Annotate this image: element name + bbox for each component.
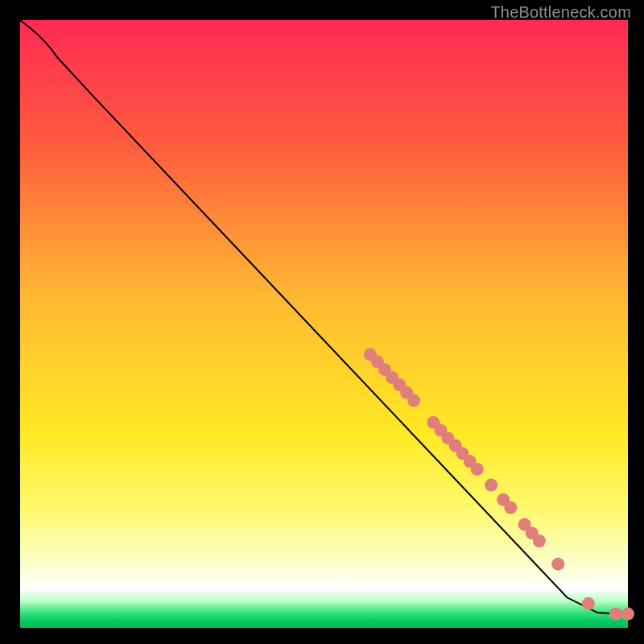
attribution-label: TheBottleneck.com (490, 3, 631, 22)
data-marker (609, 608, 622, 621)
data-marker (504, 502, 517, 514)
data-marker (533, 535, 546, 547)
chart-stage: TheBottleneck.com (0, 0, 644, 644)
data-marker (551, 558, 564, 571)
data-marker (485, 479, 497, 492)
chart-svg (0, 0, 644, 644)
data-marker (582, 597, 595, 610)
data-marker (407, 394, 420, 407)
data-marker (621, 608, 634, 621)
data-marker (471, 463, 484, 476)
